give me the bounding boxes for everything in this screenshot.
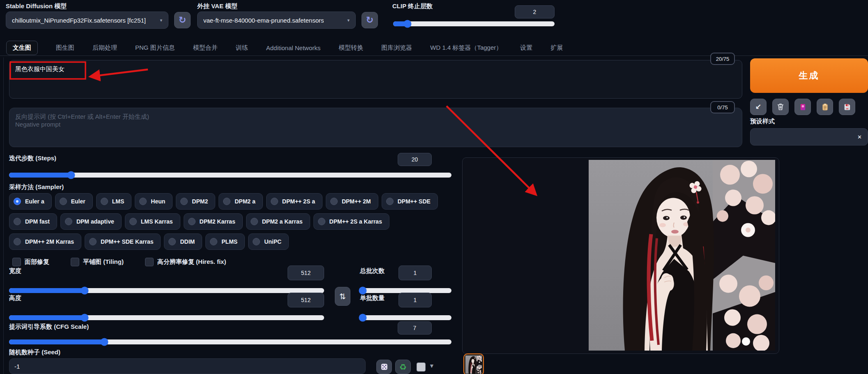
- batch-size-slider[interactable]: [360, 315, 451, 320]
- prompt-input[interactable]: 黑色衣服中国美女: [9, 60, 742, 99]
- tab[interactable]: 文生图: [6, 41, 38, 55]
- generate-button[interactable]: 生成: [750, 58, 868, 93]
- checkbox-icon[interactable]: [71, 258, 79, 266]
- sampler-option[interactable]: DPM adaptive: [60, 213, 122, 230]
- tab[interactable]: Additional Networks: [266, 42, 321, 54]
- tab[interactable]: 图库浏览器: [381, 41, 412, 55]
- swap-dimensions-button[interactable]: ⇅: [335, 287, 350, 306]
- width-value[interactable]: 512: [288, 265, 324, 280]
- slider-thumb[interactable]: [81, 314, 89, 322]
- sampler-option[interactable]: DPM2 Karras: [184, 213, 243, 230]
- sampler-option[interactable]: DPM++ 2M Karras: [9, 233, 81, 250]
- cfg-value[interactable]: 7: [398, 321, 432, 335]
- prompt-token-counter: 20/75: [710, 53, 735, 65]
- tab[interactable]: PNG 图片信息: [135, 41, 175, 55]
- clip-skip-value[interactable]: 2: [515, 5, 555, 18]
- apply-style-button[interactable]: [817, 99, 833, 115]
- slider-thumb[interactable]: [404, 20, 412, 28]
- tab[interactable]: 设置: [520, 41, 532, 55]
- radio-icon: [14, 198, 21, 205]
- radio-icon: [251, 218, 258, 225]
- tab[interactable]: 后期处理: [92, 41, 117, 55]
- reuse-seed-button[interactable]: ♻: [395, 360, 411, 374]
- tab[interactable]: 扩展: [550, 41, 563, 55]
- generated-image[interactable]: [589, 160, 775, 351]
- slider-thumb[interactable]: [100, 338, 108, 346]
- slider-thumb[interactable]: [81, 287, 89, 295]
- toggle-checkbox[interactable]: 高分辨率修复 (Hires. fix): [145, 258, 226, 266]
- slider-thumb[interactable]: [359, 314, 366, 322]
- checkbox-icon[interactable]: [145, 258, 154, 266]
- clear-prompt-button[interactable]: [772, 99, 789, 115]
- toggle-checkbox[interactable]: 平铺图 (Tiling): [71, 258, 124, 266]
- radio-icon: [180, 198, 188, 205]
- stable-diffusion-webui: Stable Diffusion 模型 chilloutmix_NiPruned…: [0, 0, 868, 374]
- sampler-option[interactable]: DPM++ SDE Karras: [85, 233, 161, 250]
- height-slider[interactable]: [9, 315, 324, 320]
- sampler-option[interactable]: DPM++ SDE: [382, 193, 438, 210]
- steps-value[interactable]: 20: [398, 153, 432, 166]
- swap-icon: ⇅: [339, 292, 346, 301]
- checkbox-icon[interactable]: [12, 258, 21, 266]
- slider-thumb[interactable]: [359, 287, 366, 295]
- extra-networks-button[interactable]: [794, 99, 811, 115]
- sampler-option[interactable]: DPM fast: [9, 213, 57, 230]
- sampler-options: Euler a Euler LMS Heun DPM2: [9, 193, 458, 250]
- radio-icon: [139, 198, 147, 205]
- sampler-option[interactable]: PLMS: [205, 233, 245, 250]
- close-icon[interactable]: ✕: [853, 134, 862, 140]
- arrow-down-left-icon: ↙: [755, 102, 761, 111]
- radio-icon: [65, 218, 72, 225]
- random-seed-button[interactable]: [376, 360, 392, 374]
- gallery-thumbnail[interactable]: [463, 353, 484, 374]
- clip-skip-slider[interactable]: [393, 21, 555, 26]
- tab[interactable]: WD 1.4 标签器（Tagger）: [430, 41, 502, 55]
- vae-refresh-button[interactable]: ↻: [361, 12, 378, 28]
- tab[interactable]: 模型转换: [338, 41, 363, 55]
- radio-icon: [60, 198, 67, 205]
- vae-select[interactable]: vae-ft-mse-840000-ema-pruned.safetensors…: [197, 12, 356, 29]
- height-label: 高度: [9, 294, 21, 302]
- refresh-icon: ↻: [179, 16, 186, 25]
- sampler-option[interactable]: DPM2: [176, 193, 215, 210]
- model-refresh-button[interactable]: ↻: [174, 12, 191, 28]
- sampler-option[interactable]: LMS Karras: [125, 213, 180, 230]
- model-select[interactable]: chilloutmix_NiPrunedFp32Fix.safetensors …: [6, 12, 168, 29]
- cfg-slider[interactable]: [9, 339, 451, 344]
- sampler-option[interactable]: DPM++ 2M: [326, 193, 378, 210]
- tab[interactable]: 图生图: [56, 41, 74, 55]
- width-slider[interactable]: [9, 288, 324, 293]
- read-params-button[interactable]: ↙: [750, 99, 767, 115]
- negative-prompt-input[interactable]: [9, 108, 742, 147]
- save-style-button[interactable]: [839, 99, 855, 115]
- radio-icon: [210, 238, 217, 245]
- steps-slider[interactable]: [9, 173, 451, 178]
- sampler-option[interactable]: LMS: [96, 193, 132, 210]
- main-tabs: 文生图图生图后期处理PNG 图片信息模型合并训练Additional Netwo…: [0, 40, 868, 56]
- sampler-option[interactable]: DPM++ 2S a Karras: [313, 213, 389, 230]
- sampler-option[interactable]: Heun: [135, 193, 173, 210]
- toggle-checkbox[interactable]: 面部修复: [12, 258, 49, 266]
- radio-icon: [253, 238, 260, 245]
- tab[interactable]: 训练: [236, 41, 248, 55]
- seed-extra-caret-icon[interactable]: ▼: [429, 362, 435, 369]
- seed-extra-checkbox[interactable]: [417, 362, 426, 372]
- batch-size-value[interactable]: 1: [398, 293, 432, 307]
- sampler-option[interactable]: Euler: [55, 193, 93, 210]
- slider-thumb[interactable]: [67, 171, 75, 179]
- sampler-option[interactable]: UniPC: [248, 233, 289, 250]
- sampler-option[interactable]: DPM++ 2S a: [266, 193, 322, 210]
- batch-count-value[interactable]: 1: [398, 265, 432, 280]
- extra-networks-card-icon: [799, 103, 807, 111]
- seed-input[interactable]: [9, 358, 366, 374]
- height-value[interactable]: 512: [288, 293, 324, 307]
- sampler-option[interactable]: DPM2 a: [219, 193, 263, 210]
- tab[interactable]: 模型合并: [193, 41, 218, 55]
- sampler-option[interactable]: DDIM: [164, 233, 202, 250]
- styles-select[interactable]: ✕: [750, 128, 868, 145]
- radio-icon: [386, 198, 394, 205]
- sampler-option[interactable]: DPM2 a Karras: [246, 213, 310, 230]
- sampler-option[interactable]: Euler a: [9, 193, 52, 210]
- trash-icon: [776, 103, 785, 111]
- thumbnail-image: [465, 356, 482, 374]
